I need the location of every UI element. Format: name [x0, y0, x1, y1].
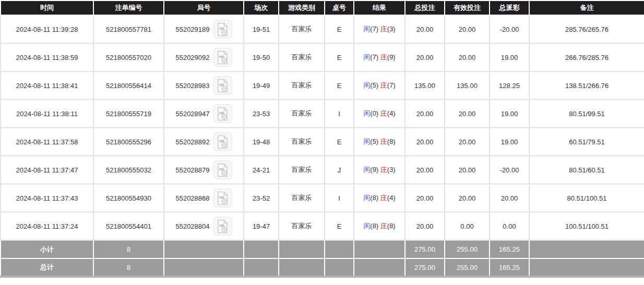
player-result-score: (9) [370, 166, 378, 174]
total-bet-cell: 135.00 [405, 71, 445, 100]
video-replay-button[interactable] [213, 160, 232, 179]
bet-number-cell: 521800555719 [93, 100, 164, 128]
footer-empty-cell [279, 258, 325, 277]
banker-result-label: 庄 [380, 81, 387, 89]
session-cell: 19-47 [244, 212, 279, 240]
round-cell: 552028868 [164, 184, 244, 212]
col-header-session: 场次 [244, 1, 279, 15]
footer-payout-cell: 165.25 [490, 258, 529, 277]
payout-cell: 19.00 [490, 128, 529, 156]
payout-cell: 20.00 [490, 184, 529, 212]
total-bet-cell: 20.00 [405, 156, 445, 184]
total-bet-cell: 20.00 [405, 15, 445, 43]
round-number: 552029092 [175, 54, 209, 61]
video-replay-button[interactable] [213, 132, 232, 151]
time-cell: 2024-08-11 11:38:41 [1, 71, 93, 100]
total-bet-cell: 20.00 [405, 128, 445, 156]
footer-valid-bet-cell: 255.00 [445, 258, 490, 277]
valid-bet-cell: 20.00 [445, 100, 490, 128]
session-cell: 23-52 [244, 184, 279, 212]
banker-result-score: (8) [387, 222, 396, 230]
bet-number-cell: 521800554401 [93, 212, 164, 240]
video-file-icon [217, 135, 229, 149]
game-type-cell: 百家乐 [279, 15, 325, 43]
table-number-cell: J [325, 156, 354, 184]
game-type-cell: 百家乐 [279, 100, 325, 128]
session-cell: 23-53 [244, 100, 279, 128]
game-type-cell: 百家乐 [279, 156, 325, 184]
game-type-cell: 百家乐 [279, 71, 325, 100]
session-cell: 19-48 [244, 128, 279, 156]
record-row: 2024-08-11 11:37:43521800554930552028868… [1, 184, 644, 212]
result-cell: 闲(7) 庄(3) [354, 15, 405, 43]
session-cell: 19-49 [244, 71, 279, 100]
round-number: 552028868 [175, 194, 209, 202]
bet-number-cell: 521800557781 [93, 15, 164, 43]
table-number-cell: E [325, 71, 354, 100]
time-cell: 2024-08-11 11:37:47 [1, 156, 93, 184]
session-cell: 19-51 [244, 15, 279, 43]
valid-bet-cell: 20.00 [445, 128, 490, 156]
payout-cell: 0.00 [490, 212, 529, 240]
video-replay-button[interactable] [213, 48, 232, 67]
col-header-table-no: 桌号 [325, 1, 354, 15]
player-result-label: 闲 [363, 222, 370, 230]
footer-empty-cell [279, 240, 325, 258]
remark-cell: 80.51/60.51 [529, 156, 644, 184]
payout-cell: 19.00 [490, 43, 529, 71]
video-replay-button[interactable] [213, 217, 232, 236]
footer-empty-cell [529, 240, 644, 258]
round-number: 552028879 [175, 166, 209, 174]
remark-cell: 80.51/100.51 [529, 184, 644, 212]
valid-bet-cell: 20.00 [445, 184, 490, 212]
footer-empty-cell [164, 240, 244, 258]
table-number-cell: E [325, 212, 354, 240]
remark-cell: 138.51/266.76 [529, 71, 644, 100]
banker-result-label: 庄 [380, 138, 387, 145]
game-type-cell: 百家乐 [279, 184, 325, 212]
game-type-cell: 百家乐 [279, 128, 325, 156]
video-replay-button[interactable] [213, 189, 232, 207]
player-result-score: (5) [370, 138, 378, 145]
footer-valid-bet-cell: 255.00 [445, 240, 490, 258]
payout-cell: -20.00 [490, 156, 529, 184]
round-number: 552029189 [175, 26, 209, 33]
round-number: 552028947 [175, 110, 209, 118]
col-header-round: 局号 [164, 1, 244, 15]
player-result-label: 闲 [363, 194, 370, 202]
col-header-remark: 备注 [529, 1, 644, 15]
player-result-label: 闲 [363, 166, 370, 174]
footer-label-cell: 小计 [1, 240, 93, 258]
time-cell: 2024-08-11 11:39:28 [1, 15, 93, 43]
video-replay-button[interactable] [213, 76, 232, 95]
footer-empty-cell [164, 258, 244, 277]
banker-result-score: (3) [387, 25, 396, 33]
player-result-label: 闲 [363, 109, 370, 117]
record-row: 2024-08-11 11:38:41521800556414552028983… [1, 71, 644, 100]
table-number-cell: E [325, 128, 354, 156]
time-cell: 2024-08-11 11:37:43 [1, 184, 93, 212]
video-replay-button[interactable] [213, 20, 232, 39]
player-result-score: (7) [370, 53, 378, 61]
record-row: 2024-08-11 11:37:58521800555296552028892… [1, 128, 644, 156]
time-cell: 2024-08-11 11:38:11 [1, 100, 93, 128]
player-result-label: 闲 [363, 138, 370, 145]
footer-label-cell: 总计 [1, 258, 93, 277]
player-result-label: 闲 [363, 81, 370, 89]
table-number-cell: E [325, 43, 354, 71]
record-row: 2024-08-11 11:37:24521800554401552028804… [1, 212, 644, 240]
banker-result-score: (8) [387, 138, 396, 145]
grand-total-row: 总计8275.00255.00165.25 [1, 258, 644, 277]
payout-cell: -20.00 [490, 15, 529, 43]
valid-bet-cell: 0.00 [445, 212, 490, 240]
footer-empty-cell [325, 240, 354, 258]
video-replay-button[interactable] [213, 104, 232, 123]
subtotal-row: 小计8275.00255.00165.25 [1, 240, 644, 258]
footer-empty-cell [529, 258, 644, 277]
col-header-payout: 总派彩 [490, 1, 529, 15]
result-cell: 闲(5) 庄(8) [354, 128, 405, 156]
round-number: 552028892 [175, 138, 209, 146]
game-type-cell: 百家乐 [279, 43, 325, 71]
banker-result-score: (7) [387, 81, 396, 89]
banker-result-label: 庄 [380, 25, 387, 33]
